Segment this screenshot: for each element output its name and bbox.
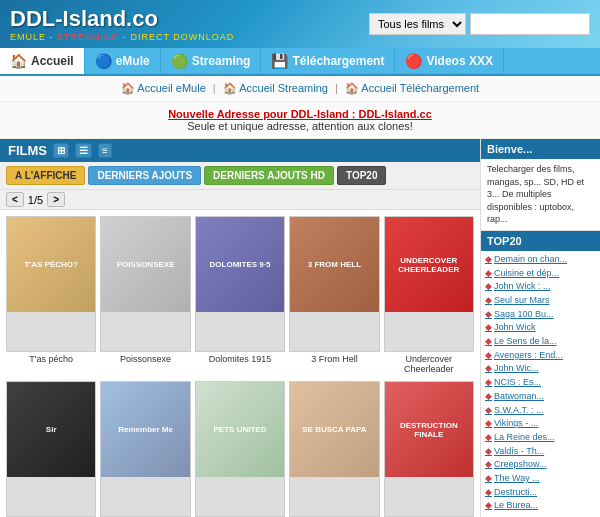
movie-poster-7: Remember Me bbox=[100, 381, 190, 517]
top20-item-8[interactable]: ◆Avengers : End... bbox=[485, 349, 596, 363]
top20-item-10[interactable]: ◆NCIS : Es... bbox=[485, 376, 596, 390]
home-icon: 🏠 bbox=[10, 53, 27, 69]
notice-link[interactable]: Nouvelle Adresse pour DDL-Island : DDL-I… bbox=[168, 108, 432, 120]
right-sidebar: Bienve... Telecharger des films, mangas,… bbox=[480, 139, 600, 517]
poster-bg-7: Remember Me bbox=[101, 382, 189, 477]
breadcrumb-icon3: 🏠 bbox=[345, 82, 359, 94]
sidebar-top20-list: ◆Demain on chan...◆Cuisine et dép...◆Joh… bbox=[481, 251, 600, 515]
movies-grid-row1: T'AS PÉCHO? T'as pécho POISSONSEXE Poiss… bbox=[0, 210, 480, 381]
tab-derniers-ajouts-hd[interactable]: DERNIERS AJOUTS HD bbox=[204, 166, 334, 185]
movie-card-5[interactable]: UNDERCOVER CHEERLEADER Undercover Cheerl… bbox=[384, 216, 474, 375]
search-area: Tous les films Films Séries Jeux bbox=[369, 13, 590, 35]
search-select[interactable]: Tous les films Films Séries Jeux bbox=[369, 13, 466, 35]
movie-title-2: Poissonsexe bbox=[118, 354, 173, 365]
logo-area: DDL-Island.co EMULE - STREAMING - DIRECT… bbox=[10, 6, 234, 42]
top20-item-3[interactable]: ◆John Wick : ... bbox=[485, 280, 596, 294]
nav-streaming[interactable]: 🟢 Streaming bbox=[161, 48, 262, 74]
movie-card-1[interactable]: T'AS PÉCHO? T'as pécho bbox=[6, 216, 96, 375]
notice-line2: Seule et unique adresse, attention aux c… bbox=[10, 120, 590, 132]
streaming-icon: 🟢 bbox=[171, 53, 188, 69]
filter-tabs: A L'AFFICHE DERNIERS AJOUTS DERNIERS AJO… bbox=[0, 162, 480, 190]
breadcrumb-icon2: 🏠 bbox=[223, 82, 237, 94]
nav-emule-label: eMule bbox=[116, 54, 150, 68]
poster-bg-10: DESTRUCTION FINALE bbox=[385, 382, 473, 477]
detail-view-icon[interactable]: ≡ bbox=[98, 143, 112, 158]
movie-card-7[interactable]: Remember Me Remember Me bbox=[100, 381, 190, 517]
header: DDL-Island.co EMULE - STREAMING - DIRECT… bbox=[0, 0, 600, 48]
ddl-label: DIRECT DOWNLOAD bbox=[131, 32, 235, 42]
movie-poster-8: PETS UNITED bbox=[195, 381, 285, 517]
breadcrumb-emule[interactable]: Accueil eMule bbox=[137, 82, 205, 94]
movie-title-1: T'as pécho bbox=[27, 354, 75, 365]
top20-item-9[interactable]: ◆John Wic... bbox=[485, 362, 596, 376]
nav-telechargement[interactable]: 💾 Téléchargement bbox=[261, 48, 395, 74]
top20-item-16[interactable]: ◆Creepshow... bbox=[485, 458, 596, 472]
nav-emule[interactable]: 🔵 eMule bbox=[85, 48, 161, 74]
breadcrumb-icon: 🏠 bbox=[121, 82, 135, 94]
poster-bg-1: T'AS PÉCHO? bbox=[7, 217, 95, 312]
movie-poster-4: 3 FROM HELL bbox=[289, 216, 379, 352]
movie-poster-6: Sir bbox=[6, 381, 96, 517]
movie-card-8[interactable]: PETS UNITED Pets United : L'union fait l… bbox=[195, 381, 285, 517]
sidebar-welcome-title: Bienve... bbox=[481, 139, 600, 159]
poster-bg-2: POISSONSEXE bbox=[101, 217, 189, 312]
top20-item-15[interactable]: ◆Valdís - Th... bbox=[485, 445, 596, 459]
breadcrumb-streaming[interactable]: Accueil Streaming bbox=[239, 82, 328, 94]
movie-card-4[interactable]: 3 FROM HELL 3 From Hell bbox=[289, 216, 379, 375]
films-label: FILMS bbox=[8, 143, 47, 158]
next-page-button[interactable]: > bbox=[47, 192, 65, 207]
poster-bg-5: UNDERCOVER CHEERLEADER bbox=[385, 217, 473, 312]
top20-item-17[interactable]: ◆The Way ... bbox=[485, 472, 596, 486]
movie-title-4: 3 From Hell bbox=[309, 354, 360, 365]
nav-videos-xxx[interactable]: 🔴 Videos XXX bbox=[395, 48, 503, 74]
nav-telechargement-label: Téléchargement bbox=[292, 54, 384, 68]
logo-text: DDL-Island.co bbox=[10, 6, 234, 32]
poster-bg-9: SE BUSCA PAPA bbox=[290, 382, 378, 477]
sidebar-top20-title: TOP20 bbox=[481, 231, 600, 251]
tab-top20[interactable]: TOP20 bbox=[337, 166, 387, 185]
top20-item-14[interactable]: ◆La Reine des... bbox=[485, 431, 596, 445]
movie-title-5: Undercover Cheerleader bbox=[384, 354, 474, 376]
top20-item-13[interactable]: ◆Vikings - ... bbox=[485, 417, 596, 431]
top20-item-2[interactable]: ◆Cuisine et dép... bbox=[485, 267, 596, 281]
search-input[interactable] bbox=[470, 13, 590, 35]
prev-page-button[interactable]: < bbox=[6, 192, 24, 207]
top20-item-7[interactable]: ◆Le Sens de la... bbox=[485, 335, 596, 349]
tab-affiche[interactable]: A L'AFFICHE bbox=[6, 166, 85, 185]
emule-label: EMULE bbox=[10, 32, 46, 42]
navbar: 🏠 Accueil 🔵 eMule 🟢 Streaming 💾 Téléchar… bbox=[0, 48, 600, 76]
poster-bg-8: PETS UNITED bbox=[196, 382, 284, 477]
download-icon: 💾 bbox=[271, 53, 288, 69]
list-view-icon[interactable]: ☰ bbox=[75, 143, 92, 158]
tab-derniers-ajouts[interactable]: DERNIERS AJOUTS bbox=[88, 166, 201, 185]
left-panel: FILMS ⊞ ☰ ≡ A L'AFFICHE DERNIERS AJOUTS … bbox=[0, 139, 480, 517]
movie-poster-1: T'AS PÉCHO? bbox=[6, 216, 96, 352]
breadcrumb-telechargement[interactable]: Accueil Téléchargement bbox=[361, 82, 479, 94]
sidebar-welcome-content: Telecharger des films, mangas, sp... SD,… bbox=[481, 159, 600, 231]
top20-item-5[interactable]: ◆Saga 100 Bu... bbox=[485, 308, 596, 322]
top20-item-1[interactable]: ◆Demain on chan... bbox=[485, 253, 596, 267]
top20-item-11[interactable]: ◆Batwoman... bbox=[485, 390, 596, 404]
movie-card-9[interactable]: SE BUSCA PAPA Casting pour un papa bbox=[289, 381, 379, 517]
xxx-icon: 🔴 bbox=[405, 53, 422, 69]
pagination: < 1/5 > bbox=[0, 190, 480, 210]
nav-videos-xxx-label: Videos XXX bbox=[426, 54, 492, 68]
movie-card-10[interactable]: DESTRUCTION FINALE Destruction Finale bbox=[384, 381, 474, 517]
logo-sub: EMULE - STREAMING - DIRECT DOWNLOAD bbox=[10, 32, 234, 42]
breadcrumb: 🏠 Accueil eMule | 🏠 Accueil Streaming | … bbox=[0, 76, 600, 102]
movie-poster-5: UNDERCOVER CHEERLEADER bbox=[384, 216, 474, 352]
nav-streaming-label: Streaming bbox=[192, 54, 251, 68]
grid-view-icon[interactable]: ⊞ bbox=[53, 143, 69, 158]
top20-item-6[interactable]: ◆John Wick bbox=[485, 321, 596, 335]
top20-item-18[interactable]: ◆Destructi... bbox=[485, 486, 596, 500]
top20-item-19[interactable]: ◆Le Burea... bbox=[485, 499, 596, 513]
streaming-label: STREAMING bbox=[57, 32, 120, 42]
movie-card-2[interactable]: POISSONSEXE Poissonsexe bbox=[100, 216, 190, 375]
movie-card-6[interactable]: Sir Monsieur bbox=[6, 381, 96, 517]
movie-card-3[interactable]: DOLOMITES 9·5 Dolomites 1915 bbox=[195, 216, 285, 375]
nav-accueil[interactable]: 🏠 Accueil bbox=[0, 48, 85, 74]
top20-item-4[interactable]: ◆Seul sur Mars bbox=[485, 294, 596, 308]
top20-item-12[interactable]: ◆S.W.A.T. : ... bbox=[485, 404, 596, 418]
notice: Nouvelle Adresse pour DDL-Island : DDL-I… bbox=[0, 102, 600, 139]
movie-title-3: Dolomites 1915 bbox=[207, 354, 274, 365]
